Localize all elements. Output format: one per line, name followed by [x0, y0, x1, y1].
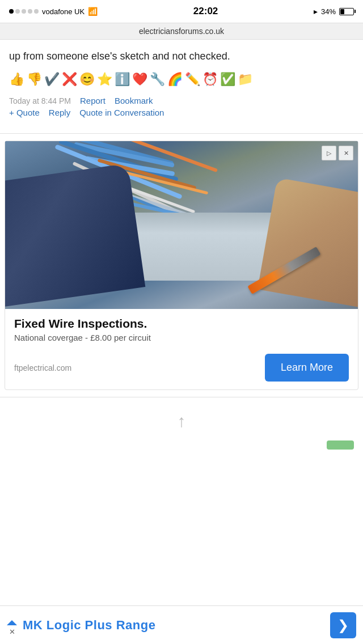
- bottom-banner-ad-icon: ✕: [7, 620, 17, 630]
- signal-dot-1: [9, 9, 14, 14]
- ad-play-icon[interactable]: ▷: [322, 146, 336, 160]
- emoji-heart[interactable]: ❤️: [132, 72, 147, 87]
- ad-triangle-icon: [7, 620, 17, 625]
- meta-row-1: Today at 8:44 PM Report Bookmark: [9, 96, 354, 105]
- post-text: up from someone else's sketch and not ch…: [9, 49, 354, 64]
- emoji-x[interactable]: ❌: [62, 72, 77, 87]
- ad-close-icon[interactable]: ✕: [339, 146, 353, 160]
- share-icon: ↑: [178, 412, 186, 431]
- emoji-pencil[interactable]: ✏️: [185, 72, 200, 87]
- bottom-banner-text[interactable]: MK Logic Plus Range: [23, 618, 324, 633]
- emoji-star[interactable]: ⭐: [97, 72, 112, 87]
- signal-dot-5: [34, 9, 39, 14]
- bottom-banner-arrow-button[interactable]: ❯: [330, 612, 356, 638]
- emoji-check[interactable]: ✔️: [44, 72, 60, 87]
- battery-icon: [339, 8, 354, 15]
- post-content: up from someone else's sketch and not ch…: [0, 40, 363, 126]
- emoji-folder[interactable]: 📁: [238, 72, 253, 87]
- bottom-divider: [0, 397, 363, 397]
- bluetooth-icon: ▸: [314, 7, 318, 16]
- next-post-area: ↑: [0, 404, 363, 438]
- learn-more-button[interactable]: Learn More: [265, 354, 349, 382]
- signal-dot-2: [15, 9, 20, 14]
- emoji-checkmark-blue[interactable]: ✅: [220, 72, 235, 87]
- post-divider: [0, 133, 363, 134]
- ad-badges: ▷ ✕: [322, 146, 353, 160]
- wifi-icon: 📶: [88, 7, 98, 16]
- ad-image-background: [5, 141, 358, 309]
- bookmark-button[interactable]: Bookmark: [115, 96, 153, 105]
- emoji-thumbsdown[interactable]: 👎: [27, 72, 42, 87]
- post-meta: Today at 8:44 PM Report Bookmark + Quote…: [9, 96, 354, 117]
- ad-container: ▷ ✕ Fixed Wire Inspections. National cov…: [5, 141, 358, 390]
- url-bar[interactable]: electriciansforums.co.uk: [0, 23, 363, 40]
- nav-partial: [0, 438, 363, 452]
- reply-button[interactable]: Reply: [49, 108, 70, 117]
- emoji-rainbow[interactable]: 🌈: [167, 72, 183, 87]
- ad-footer: ftpelectrical.com Learn More: [14, 354, 349, 382]
- ad-subtitle: National covergae - £8.00 per circuit: [14, 333, 349, 342]
- signal-dot-4: [28, 9, 32, 14]
- report-button[interactable]: Report: [80, 96, 105, 105]
- emoji-smile[interactable]: 😊: [79, 72, 95, 87]
- quote-in-conversation-button[interactable]: Quote in Conversation: [79, 108, 164, 117]
- battery-fill: [340, 9, 344, 14]
- emoji-clock[interactable]: ⏰: [202, 72, 218, 87]
- bottom-banner-close-icon[interactable]: ✕: [9, 628, 15, 636]
- emoji-info[interactable]: ℹ️: [115, 72, 130, 87]
- status-time: 22:02: [193, 6, 218, 17]
- bottom-banner-ad: ✕ MK Logic Plus Range ❯: [0, 605, 363, 644]
- status-right: ▸ 34%: [314, 7, 354, 16]
- emoji-wrench[interactable]: 🔧: [150, 72, 165, 87]
- ad-body: Fixed Wire Inspections. National coverga…: [5, 309, 358, 389]
- url-text: electriciansforums.co.uk: [139, 27, 224, 36]
- battery-percent: 34%: [321, 7, 336, 16]
- ad-title: Fixed Wire Inspections.: [14, 317, 349, 331]
- post-timestamp: Today at 8:44 PM: [9, 96, 71, 105]
- nav-next-button[interactable]: [327, 440, 354, 450]
- status-bar: vodafone UK 📶 22:02 ▸ 34%: [0, 0, 363, 23]
- carrier-name: vodafone UK: [42, 7, 85, 16]
- emoji-reaction-bar: 👍 👎 ✔️ ❌ 😊 ⭐ ℹ️ ❤️ 🔧 🌈 ✏️ ⏰ ✅ 📁: [9, 72, 354, 87]
- signal-dot-3: [22, 9, 26, 14]
- status-left: vodafone UK 📶: [9, 7, 98, 16]
- ad-domain: ftpelectrical.com: [14, 363, 71, 372]
- quote-button[interactable]: + Quote: [9, 108, 40, 117]
- emoji-thumbsup[interactable]: 👍: [9, 72, 24, 87]
- signal-dots: [9, 9, 39, 14]
- ad-image-wrapper: ▷ ✕: [5, 141, 358, 309]
- meta-row-2: + Quote Reply Quote in Conversation: [9, 108, 354, 117]
